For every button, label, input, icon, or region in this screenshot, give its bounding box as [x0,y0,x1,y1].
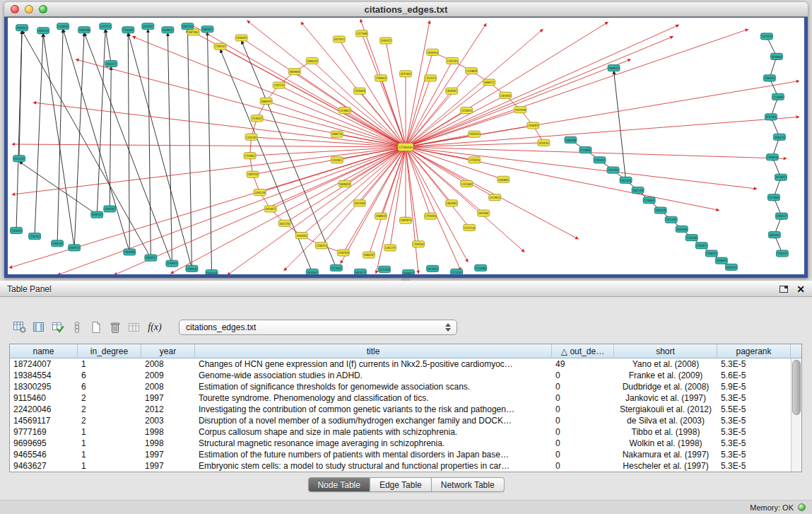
graph-node[interactable]: 16738452 [775,174,787,180]
graph-node[interactable]: 14687544 [247,171,259,177]
graph-node[interactable]: 23598142 [705,250,717,257]
show-columns-button[interactable] [29,319,48,337]
table-row[interactable]: 946554611997Estimation of the future num… [10,449,791,460]
graph-node[interactable]: 17113540 [451,269,463,274]
graph-node[interactable]: 10997870 [399,217,411,223]
graph-node[interactable]: 22581437 [776,250,788,257]
minimize-window-button[interactable] [25,5,33,13]
graph-node[interactable]: 16926174 [354,269,366,274]
graph-node[interactable]: 23451094 [607,167,619,173]
graph-node[interactable]: 19205461 [306,269,318,274]
graph-node[interactable]: 19884597 [260,98,272,104]
graph-node[interactable]: 18823691 [768,232,780,238]
graph-node[interactable]: 24317829 [765,114,777,120]
tab-node-table[interactable]: Node Table [307,477,370,492]
graph-node[interactable]: 11208859 [466,68,478,74]
graph-node[interactable]: 11431683 [461,180,473,187]
import-table-button[interactable] [48,319,67,337]
table-row[interactable]: 946362711997Embryonic stem cells: a mode… [10,460,791,472]
graph-node[interactable]: 12936955 [527,122,539,129]
graph-node[interactable]: 16469891 [498,176,510,182]
graph-node[interactable]: 17587342 [29,233,41,240]
graph-node[interactable]: 18298663 [770,53,782,59]
graph-node[interactable]: 17236985 [772,93,784,100]
graph-node[interactable]: 10590092 [235,35,247,41]
graph-node[interactable]: 21782396 [686,235,698,241]
graph-node[interactable]: 15372118 [464,224,476,230]
graph-node[interactable]: 20663923 [16,25,28,31]
graph-node[interactable]: 16021765 [278,220,290,226]
graph-node[interactable]: 19880089 [565,136,577,143]
graph-node[interactable]: 13129925 [489,194,501,201]
graph-node[interactable]: 18265216 [37,28,49,34]
graph-node[interactable]: 16946059 [339,180,351,187]
graph-node[interactable]: 20368954 [715,257,727,264]
graph-node[interactable]: 20495127 [775,213,787,219]
graph-node[interactable]: 11851375 [384,245,396,251]
graph-node[interactable]: 19584216 [773,134,785,140]
graph-node[interactable]: 16960203 [306,57,318,64]
graph-node[interactable]: 16585324 [91,211,103,218]
tab-edge-table[interactable]: Edge Table [370,477,432,492]
graph-node[interactable]: 19397514 [69,245,81,251]
graph-node[interactable]: 24056316 [206,269,218,274]
graph-node[interactable]: 19336362 [295,233,307,239]
graph-node[interactable]: 14988505 [375,213,387,219]
column-header-out_de[interactable]: △ out_de… [552,344,614,358]
graph-node[interactable]: 12610651 [331,157,343,163]
graph-node[interactable]: 17554304 [425,213,437,219]
graph-node[interactable]: 20628086 [124,249,136,255]
window-titlebar[interactable]: citations_edges.txt [4,2,808,17]
graph-node[interactable]: 23174860 [767,194,779,201]
graph-node[interactable]: 21946538 [766,154,778,160]
graph-node[interactable]: 18985734 [331,131,343,137]
graph-node[interactable]: 22037553 [100,23,112,30]
network-table-selector[interactable]: citations_edges.txt [179,320,457,335]
table-row[interactable]: 2242004622012Investigating the contribut… [10,404,791,415]
network-graph[interactable]: 1625180217015223180449011525691319565032… [8,18,804,274]
graph-node[interactable]: 17469142 [186,265,198,271]
graph-node[interactable]: 21534966 [475,264,487,271]
graph-node[interactable]: 19013904 [353,200,365,206]
tab-network-table[interactable]: Network Table [432,477,505,492]
graph-node[interactable]: 15954372 [379,37,392,44]
graph-node[interactable]: 23233053 [427,265,439,271]
table-row[interactable]: 1872400712008Changes of HCN gene express… [10,358,791,370]
table-row[interactable]: 969969511998Structural magnetic resonanc… [10,438,791,449]
graph-node[interactable]: 21228895 [579,147,592,153]
map-table-button[interactable] [124,319,143,337]
graph-node[interactable]: 23020937 [142,23,154,30]
graph-node[interactable]: 18671256 [632,187,644,193]
table-row[interactable]: 1938455462009Genome-wide association stu… [10,370,791,381]
graph-node[interactable]: 15056804 [353,88,365,94]
graph-node[interactable]: 19565398 [78,27,90,33]
graph-node[interactable]: 19862651 [201,26,213,33]
graph-node[interactable]: 15367928 [337,250,349,256]
table-settings-button[interactable] [10,319,29,337]
graph-node[interactable]: 16853428 [654,207,666,214]
graph-node[interactable]: 12007210 [273,82,285,88]
graph-node[interactable]: 15256913 [461,107,473,114]
graph-node[interactable]: 11032345 [245,134,257,140]
graph-node[interactable]: 17663087 [122,27,134,33]
scrollbar-thumb[interactable] [792,360,801,415]
graph-node[interactable]: 19102038 [514,107,526,113]
column-header-title[interactable]: title [195,344,552,358]
graph-node[interactable]: 21058334 [57,23,69,30]
zoom-window-button[interactable] [39,5,47,13]
network-canvas[interactable]: 1625180217015223180449011525691319565032… [8,18,804,274]
graph-node[interactable]: 19565032 [469,131,481,137]
graph-node[interactable]: 20722018 [378,266,390,272]
graph-node[interactable]: 16819562 [446,200,458,206]
graph-node[interactable]: 21073154 [760,33,772,40]
graph-node[interactable]: 18563172 [105,61,117,67]
graph-node[interactable]: 16189012 [162,27,174,33]
graph-node[interactable]: 24625324 [182,23,194,30]
graph-node[interactable]: 15823934 [500,92,512,98]
graph-node[interactable]: 17593504 [413,241,425,247]
graph-node[interactable]: 22279162 [330,264,342,271]
graph-node[interactable]: 18549276 [725,264,737,270]
table-row[interactable]: 977716911998Corpus callosum shape and si… [10,426,791,438]
graph-node[interactable]: 19443658 [676,226,688,232]
column-header-year[interactable]: year [141,344,195,358]
